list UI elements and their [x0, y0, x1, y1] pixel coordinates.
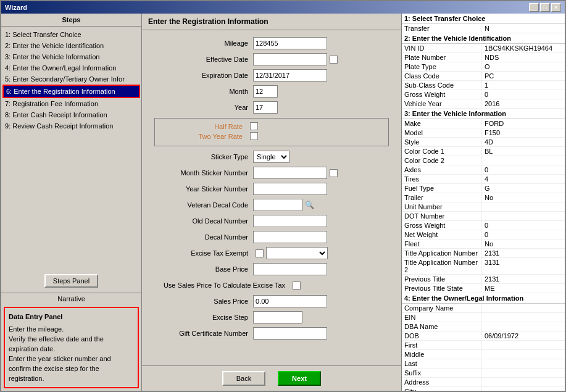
- sales-price-row: Sales Price: [154, 294, 389, 308]
- gift-cert-input[interactable]: [253, 327, 327, 340]
- right-row: MakeFORD: [402, 119, 565, 128]
- month-sticker-label: Month Sticker Number: [154, 169, 253, 177]
- expiration-date-input[interactable]: [253, 69, 327, 81]
- mileage-input[interactable]: [253, 37, 327, 49]
- use-sales-price-label: Use Sales Price To Calculate Excise Tax: [154, 281, 290, 289]
- right-row-label: City: [402, 387, 482, 391]
- right-row: VIN ID1BC94KKSKGH19464: [402, 44, 565, 53]
- right-row: Address: [402, 378, 565, 387]
- right-section-header: 4: Enter the Owner/Legal Information: [402, 293, 565, 304]
- right-row-label: Color Code 2: [402, 156, 482, 165]
- right-row-value: [482, 359, 565, 368]
- excise-step-input[interactable]: [253, 311, 302, 323]
- search-icon[interactable]: 🔍: [305, 201, 314, 209]
- right-row-label: Company Name: [402, 304, 482, 312]
- half-rate-checkbox[interactable]: [250, 122, 258, 130]
- right-row-label: Axles: [402, 165, 482, 174]
- right-row-label: First: [402, 341, 482, 349]
- step-item-6[interactable]: 6: Enter the Registration Information: [2, 85, 140, 98]
- excise-step-row: Excise Step: [154, 311, 389, 324]
- year-sticker-row: Year Sticker Number: [154, 182, 389, 196]
- month-sticker-row: Month Sticker Number: [154, 166, 389, 180]
- veteran-decal-input[interactable]: [253, 199, 302, 211]
- right-row: Previous Title2131: [402, 275, 565, 284]
- right-row-label: Transfer: [402, 24, 482, 33]
- right-row-label: Gross Weight: [402, 221, 482, 230]
- right-row: Gross Weight0: [402, 221, 565, 230]
- right-row-value: [482, 387, 565, 391]
- decal-number-label: Decal Number: [154, 233, 253, 241]
- right-panel: 1: Select Transfer ChoiceTransferN2: Ent…: [401, 14, 565, 391]
- right-row-value: No: [482, 240, 565, 248]
- right-row-label: DOB: [402, 332, 482, 340]
- right-row: Net Weight0: [402, 230, 565, 240]
- right-row: EIN: [402, 313, 565, 322]
- step-item-5[interactable]: 5: Enter Secondary/Tertiary Owner Infor: [2, 73, 140, 85]
- right-row-value: NDS: [482, 53, 565, 62]
- year-sticker-input[interactable]: [253, 183, 327, 195]
- right-row: Style4D: [402, 138, 565, 147]
- base-price-row: Base Price: [154, 262, 389, 276]
- right-row-label: VIN ID: [402, 44, 482, 52]
- gift-cert-row: Gift Certificate Number: [154, 327, 389, 340]
- old-decal-input[interactable]: [253, 215, 327, 227]
- right-row-label: Style: [402, 138, 482, 146]
- step-item-9[interactable]: 9: Review Cash Receipt Information: [2, 120, 140, 131]
- sticker-type-select[interactable]: Single Double: [253, 151, 289, 163]
- right-row: Sub-Class Code1: [402, 81, 565, 90]
- steps-panel-button[interactable]: Steps Panel: [44, 274, 98, 288]
- right-row: ModelF150: [402, 128, 565, 138]
- right-row: Title Application Number 23131: [402, 258, 565, 275]
- back-button[interactable]: Back: [222, 371, 265, 386]
- gift-cert-label: Gift Certificate Number: [154, 330, 253, 337]
- right-row: Plate TypeO: [402, 62, 565, 72]
- right-row-label: Suffix: [402, 369, 482, 377]
- expiration-date-label: Expiration Date: [154, 72, 253, 79]
- right-row-value: [482, 369, 565, 377]
- step-item-4[interactable]: 4: Enter the Owner/Legal Information: [2, 62, 140, 73]
- step-item-8[interactable]: 8: Enter Cash Receipt Information: [2, 109, 140, 120]
- right-row: Previous Title StateME: [402, 284, 565, 293]
- minimize-button[interactable]: _: [529, 3, 539, 12]
- right-row-value: 2131: [482, 249, 565, 257]
- next-button[interactable]: Next: [278, 371, 321, 386]
- decal-number-input[interactable]: [253, 231, 327, 243]
- right-row-label: Title Application Number 2: [402, 258, 482, 274]
- right-row-label: Gross Weight: [402, 90, 482, 99]
- right-row: Unit Number: [402, 202, 565, 212]
- right-row-label: DOT Number: [402, 212, 482, 220]
- step-item-1[interactable]: 1: Select Transfer Choice: [2, 29, 140, 40]
- year-input[interactable]: [253, 101, 278, 114]
- year-label: Year: [154, 104, 253, 111]
- right-row-value: [482, 350, 565, 359]
- effective-date-checkbox[interactable]: [330, 56, 338, 64]
- month-sticker-input[interactable]: [253, 167, 327, 179]
- right-row-value: [482, 212, 565, 220]
- title-bar-controls: _ □ ✕: [529, 3, 561, 12]
- right-row-label: Trailer: [402, 193, 482, 202]
- month-input[interactable]: [253, 85, 278, 98]
- right-row: Tires4: [402, 175, 565, 184]
- close-button[interactable]: ✕: [551, 3, 561, 12]
- sales-price-input[interactable]: [253, 295, 327, 307]
- right-row-label: Unit Number: [402, 202, 482, 211]
- effective-date-input[interactable]: [253, 53, 327, 65]
- step-item-3[interactable]: 3: Enter the Vehicle Information: [2, 51, 140, 62]
- step-item-7[interactable]: 7: Registration Fee Information: [2, 98, 140, 109]
- right-section-header: 1: Select Transfer Choice: [402, 14, 565, 24]
- month-sticker-checkbox[interactable]: [330, 169, 338, 177]
- excise-tax-select[interactable]: [266, 247, 328, 259]
- step-item-2[interactable]: 2: Enter the Vehicle Identification: [2, 40, 140, 51]
- maximize-button[interactable]: □: [540, 3, 550, 12]
- right-row-label: Sub-Class Code: [402, 81, 482, 90]
- right-row: Color Code 2: [402, 156, 565, 165]
- two-year-rate-checkbox[interactable]: [250, 132, 258, 140]
- right-row: Axles0: [402, 165, 565, 175]
- right-row-label: Fuel Type: [402, 184, 482, 193]
- right-row-value: 3131: [482, 258, 565, 274]
- use-sales-price-checkbox[interactable]: [293, 281, 301, 290]
- excise-tax-checkbox[interactable]: [256, 249, 264, 257]
- base-price-input[interactable]: [253, 263, 327, 275]
- right-row-label: Fleet: [402, 240, 482, 248]
- mileage-label: Mileage: [154, 40, 253, 47]
